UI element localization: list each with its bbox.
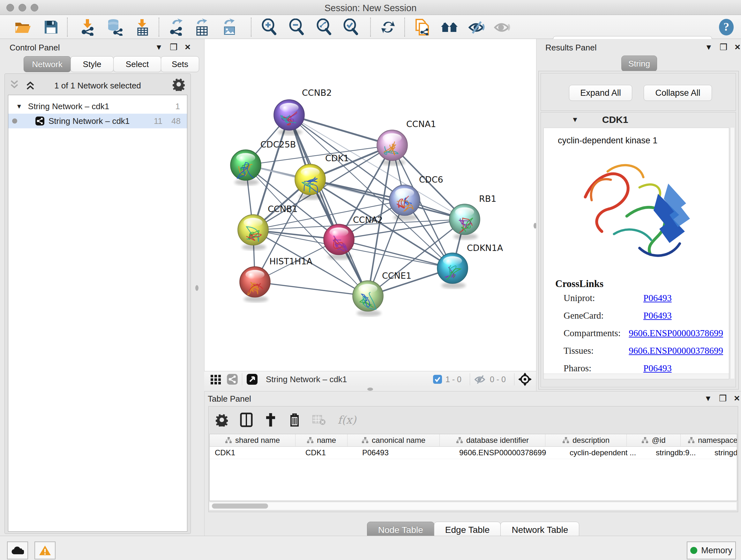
column-header-namespace[interactable]: namespace	[681, 434, 737, 446]
column-header-canonical-name[interactable]: canonical name	[347, 434, 440, 446]
network-node-RB1[interactable]	[449, 204, 480, 235]
network-node-CCNA2[interactable]	[324, 224, 354, 255]
memory-button[interactable]: Memory	[687, 542, 736, 559]
section-expander-icon[interactable]: ▼	[571, 116, 579, 124]
node-label-RB1: RB1	[479, 194, 496, 204]
network-view-toolbar: String Network – cdk1 1 - 0 0 - 0	[204, 371, 536, 387]
column-header-shared-name[interactable]: shared name	[210, 434, 295, 446]
vertical-splitter-handle[interactable]	[195, 285, 199, 291]
network-row[interactable]: String Network – cdk1 11 48	[8, 114, 187, 128]
crosslink-value-link[interactable]: 9606.ENSP00000378699	[629, 328, 723, 338]
expand-all-button[interactable]: Expand All	[569, 85, 632, 101]
string-home-button[interactable]	[441, 18, 458, 36]
open-session-button[interactable]	[14, 18, 32, 36]
grid-view-icon[interactable]	[209, 373, 222, 386]
help-button[interactable]: ?	[718, 18, 735, 36]
warning-button[interactable]	[35, 542, 56, 559]
panel-close-icon[interactable]: ✕	[185, 44, 191, 51]
add-column-icon[interactable]	[264, 413, 277, 427]
column-header-database-identifier[interactable]: database identifier	[440, 434, 545, 446]
table-panel: Table Panel ▼ ❒ ✕ f(x) shared namenameca…	[204, 391, 741, 536]
status-bar: Memory	[0, 536, 741, 560]
gene-section-header[interactable]: ▼ CDK1	[541, 112, 736, 127]
table-row[interactable]: CDK1CDK1P064939606.ENSP00000378699cyclin…	[210, 447, 737, 459]
node-label-CCNE1: CCNE1	[382, 271, 411, 281]
toolbar-separator	[251, 17, 252, 37]
network-options-gear-icon[interactable]	[172, 78, 185, 92]
network-node-CDC25B[interactable]	[230, 150, 261, 180]
tab-sets[interactable]: Sets	[161, 56, 199, 72]
export-network-button[interactable]	[167, 18, 185, 36]
crosslinks-heading: CrossLinks	[555, 278, 603, 290]
panel-menu-icon[interactable]: ▼	[155, 44, 163, 51]
network-node-CCNB1[interactable]	[238, 214, 268, 245]
hide-selected-button[interactable]	[468, 18, 486, 36]
network-node-CCNB2[interactable]	[274, 100, 305, 130]
tab-style[interactable]: Style	[71, 56, 114, 72]
expand-collapse-box: Expand All Collapse All	[541, 73, 736, 111]
import-network-database-button[interactable]	[105, 18, 123, 36]
column-header-name[interactable]: name	[295, 434, 347, 446]
panel-close-icon[interactable]: ✕	[734, 395, 740, 402]
crosslink-value-link[interactable]: P06493	[643, 363, 672, 374]
window-title: Session: New Session	[0, 3, 741, 13]
panel-menu-icon[interactable]: ▼	[704, 395, 712, 402]
network-node-CCNE1[interactable]	[353, 281, 383, 311]
network-view-title: String Network – cdk1	[266, 374, 347, 384]
export-image-button[interactable]	[221, 18, 239, 36]
panel-float-icon[interactable]: ❒	[170, 44, 178, 51]
network-node-CDC6[interactable]	[389, 185, 420, 215]
network-collection-row[interactable]: ▼ String Network – cdk1 1	[8, 99, 187, 114]
table-hscroll-thumb[interactable]	[212, 503, 268, 509]
crosslink-value-link[interactable]: P06493	[643, 310, 672, 321]
export-table-button[interactable]	[193, 18, 211, 36]
panel-float-icon[interactable]: ❒	[720, 44, 727, 51]
crosslink-value-link[interactable]: 9606.ENSP00000378699	[629, 346, 723, 356]
save-session-button[interactable]	[42, 18, 60, 36]
copy-style-button[interactable]	[414, 18, 431, 36]
crosslink-value-link[interactable]: P06493	[643, 293, 672, 303]
selected-nodes-checkbox-icon[interactable]	[433, 374, 442, 384]
tree-expander-icon[interactable]: ▼	[16, 103, 22, 110]
tab-select[interactable]: Select	[113, 56, 161, 72]
zoom-fit-button[interactable]	[315, 18, 333, 36]
show-all-button[interactable]	[493, 18, 511, 36]
import-network-file-button[interactable]	[78, 18, 96, 36]
toolbar-separator	[404, 17, 405, 37]
network-node-CDK1[interactable]	[295, 164, 326, 195]
table-options-gear-icon[interactable]	[215, 413, 228, 427]
zoom-in-button[interactable]	[260, 18, 278, 36]
panel-menu-icon[interactable]: ▼	[705, 44, 713, 51]
network-node-HIST1H1A[interactable]	[240, 266, 270, 297]
zoom-out-button[interactable]	[288, 18, 306, 36]
panel-float-icon[interactable]: ❒	[719, 395, 727, 402]
show-columns-icon[interactable]	[240, 413, 253, 427]
results-vscroll-track[interactable]	[730, 128, 734, 379]
column-header-description[interactable]: description	[545, 434, 627, 446]
cloud-icon	[11, 546, 24, 555]
cloud-button[interactable]	[7, 542, 28, 559]
results-hscroll-track[interactable]	[544, 374, 729, 379]
delete-column-icon[interactable]	[288, 413, 300, 427]
table-hscroll-track[interactable]	[209, 502, 737, 510]
tab-string[interactable]: String	[621, 56, 657, 71]
horizontal-splitter-handle[interactable]	[367, 388, 373, 391]
network-canvas[interactable]: CCNB2CCNA1CDC25BCDK1CDC6RB1CCNB1CCNA2CDK…	[204, 39, 536, 371]
panel-close-icon[interactable]: ✕	[734, 44, 741, 51]
network-node-CCNA1[interactable]	[377, 130, 408, 161]
crosslinks-list: Uniprot:P06493GeneCard:P06493Compartment…	[563, 293, 723, 379]
network-node-CDKN1A[interactable]	[437, 253, 468, 284]
hidden-eye-icon[interactable]	[474, 374, 487, 384]
toolbar-separator	[514, 373, 515, 385]
toolbar-separator	[67, 17, 68, 37]
birdseye-view-icon[interactable]	[518, 373, 532, 386]
network-share-icon[interactable]	[226, 374, 238, 385]
refresh-view-button[interactable]	[379, 18, 397, 36]
function-builder-icon: f(x)	[338, 414, 356, 426]
tab-network[interactable]: Network	[23, 56, 71, 72]
open-in-window-icon[interactable]	[246, 373, 258, 385]
collapse-all-button[interactable]: Collapse All	[644, 85, 712, 101]
import-table-file-button[interactable]	[133, 18, 151, 36]
column-header--id[interactable]: @id	[627, 434, 681, 446]
zoom-selected-button[interactable]	[342, 18, 360, 36]
